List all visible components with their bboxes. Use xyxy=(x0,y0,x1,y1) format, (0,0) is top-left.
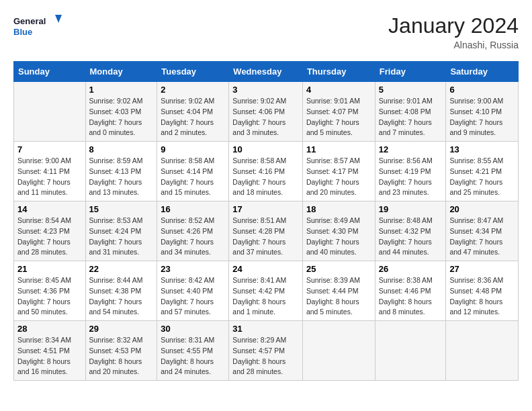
calendar-cell xyxy=(446,321,519,381)
calendar-cell: 16Sunrise: 8:52 AMSunset: 4:26 PMDayligh… xyxy=(157,201,229,261)
day-info: Sunrise: 8:39 AMSunset: 4:44 PMDaylight:… xyxy=(306,275,371,318)
calendar-cell: 25Sunrise: 8:39 AMSunset: 4:44 PMDayligh… xyxy=(302,261,375,321)
day-info: Sunrise: 8:56 AMSunset: 4:19 PMDaylight:… xyxy=(379,156,443,198)
day-number: 17 xyxy=(232,204,299,214)
day-info: Sunrise: 8:51 AMSunset: 4:28 PMDaylight:… xyxy=(232,216,299,258)
day-number: 29 xyxy=(89,324,154,334)
calendar-cell: 20Sunrise: 8:47 AMSunset: 4:34 PMDayligh… xyxy=(446,201,519,261)
svg-marker-2 xyxy=(55,15,62,23)
svg-text:General: General xyxy=(13,16,46,26)
calendar-cell: 4Sunrise: 9:01 AMSunset: 4:07 PMDaylight… xyxy=(302,82,375,142)
calendar-cell: 3Sunrise: 9:02 AMSunset: 4:06 PMDaylight… xyxy=(229,82,303,142)
calendar-cell: 14Sunrise: 8:54 AMSunset: 4:23 PMDayligh… xyxy=(14,201,86,261)
calendar-cell: 23Sunrise: 8:42 AMSunset: 4:40 PMDayligh… xyxy=(157,261,229,321)
day-number: 25 xyxy=(306,264,371,274)
day-number: 6 xyxy=(449,85,515,95)
day-number: 11 xyxy=(306,144,371,154)
day-number: 26 xyxy=(379,264,443,274)
weekday-header-sunday: Sunday xyxy=(14,62,86,82)
page-header: General Blue January 2024 Alnashi, Russi… xyxy=(13,13,519,50)
day-info: Sunrise: 8:31 AMSunset: 4:55 PMDaylight:… xyxy=(161,335,225,377)
calendar-cell: 18Sunrise: 8:49 AMSunset: 4:30 PMDayligh… xyxy=(302,201,375,261)
day-info: Sunrise: 8:54 AMSunset: 4:23 PMDaylight:… xyxy=(17,216,82,258)
calendar-cell: 22Sunrise: 8:44 AMSunset: 4:38 PMDayligh… xyxy=(85,261,157,321)
day-info: Sunrise: 8:38 AMSunset: 4:46 PMDaylight:… xyxy=(379,275,443,318)
day-number: 21 xyxy=(17,264,82,274)
day-info: Sunrise: 9:02 AMSunset: 4:04 PMDaylight:… xyxy=(161,96,225,138)
calendar-cell: 15Sunrise: 8:53 AMSunset: 4:24 PMDayligh… xyxy=(85,201,157,261)
day-number: 28 xyxy=(17,324,82,334)
day-number: 16 xyxy=(161,204,225,214)
weekday-header-thursday: Thursday xyxy=(302,62,375,82)
calendar-cell: 19Sunrise: 8:48 AMSunset: 4:32 PMDayligh… xyxy=(375,201,446,261)
day-number: 2 xyxy=(161,85,225,95)
day-number: 15 xyxy=(89,204,154,214)
day-number: 23 xyxy=(161,264,225,274)
calendar-cell: 8Sunrise: 8:59 AMSunset: 4:13 PMDaylight… xyxy=(85,142,157,201)
day-info: Sunrise: 8:34 AMSunset: 4:51 PMDaylight:… xyxy=(17,335,82,377)
day-info: Sunrise: 8:45 AMSunset: 4:36 PMDaylight:… xyxy=(17,275,82,318)
day-info: Sunrise: 9:01 AMSunset: 4:07 PMDaylight:… xyxy=(306,96,371,138)
day-number: 22 xyxy=(89,264,154,274)
week-row-5: 28Sunrise: 8:34 AMSunset: 4:51 PMDayligh… xyxy=(14,321,519,381)
day-number: 30 xyxy=(161,324,225,334)
calendar-cell: 1Sunrise: 9:02 AMSunset: 4:03 PMDaylight… xyxy=(85,82,157,142)
calendar-table: SundayMondayTuesdayWednesdayThursdayFrid… xyxy=(13,61,519,381)
day-number: 12 xyxy=(379,144,443,154)
day-info: Sunrise: 8:59 AMSunset: 4:13 PMDaylight:… xyxy=(89,156,154,198)
calendar-cell: 7Sunrise: 9:00 AMSunset: 4:11 PMDaylight… xyxy=(14,142,86,201)
calendar-cell: 12Sunrise: 8:56 AMSunset: 4:19 PMDayligh… xyxy=(375,142,446,201)
calendar-cell xyxy=(375,321,446,381)
weekday-header-row: SundayMondayTuesdayWednesdayThursdayFrid… xyxy=(14,62,519,82)
day-number: 9 xyxy=(161,144,225,154)
day-number: 24 xyxy=(232,264,299,274)
weekday-header-saturday: Saturday xyxy=(446,62,519,82)
day-info: Sunrise: 8:58 AMSunset: 4:14 PMDaylight:… xyxy=(161,156,225,198)
week-row-2: 7Sunrise: 9:00 AMSunset: 4:11 PMDaylight… xyxy=(14,142,519,201)
day-info: Sunrise: 8:44 AMSunset: 4:38 PMDaylight:… xyxy=(89,275,154,318)
day-info: Sunrise: 9:02 AMSunset: 4:03 PMDaylight:… xyxy=(89,96,154,138)
day-info: Sunrise: 8:47 AMSunset: 4:34 PMDaylight:… xyxy=(449,216,515,258)
day-info: Sunrise: 9:01 AMSunset: 4:08 PMDaylight:… xyxy=(379,96,443,138)
calendar-cell xyxy=(302,321,375,381)
day-number: 19 xyxy=(379,204,443,214)
week-row-1: 1Sunrise: 9:02 AMSunset: 4:03 PMDaylight… xyxy=(14,82,519,142)
day-number: 1 xyxy=(89,85,154,95)
day-number: 4 xyxy=(306,85,371,95)
calendar-cell: 30Sunrise: 8:31 AMSunset: 4:55 PMDayligh… xyxy=(157,321,229,381)
calendar-cell: 2Sunrise: 9:02 AMSunset: 4:04 PMDaylight… xyxy=(157,82,229,142)
calendar-cell: 6Sunrise: 9:00 AMSunset: 4:10 PMDaylight… xyxy=(446,82,519,142)
day-info: Sunrise: 8:55 AMSunset: 4:21 PMDaylight:… xyxy=(449,156,515,198)
calendar-cell: 13Sunrise: 8:55 AMSunset: 4:21 PMDayligh… xyxy=(446,142,519,201)
location: Alnashi, Russia xyxy=(388,40,519,50)
day-info: Sunrise: 8:49 AMSunset: 4:30 PMDaylight:… xyxy=(306,216,371,258)
day-info: Sunrise: 8:41 AMSunset: 4:42 PMDaylight:… xyxy=(232,275,299,318)
day-info: Sunrise: 8:58 AMSunset: 4:16 PMDaylight:… xyxy=(232,156,299,198)
day-info: Sunrise: 8:36 AMSunset: 4:48 PMDaylight:… xyxy=(449,275,515,318)
calendar-cell: 26Sunrise: 8:38 AMSunset: 4:46 PMDayligh… xyxy=(375,261,446,321)
calendar-cell: 28Sunrise: 8:34 AMSunset: 4:51 PMDayligh… xyxy=(14,321,86,381)
day-number: 10 xyxy=(232,144,299,154)
calendar-cell: 21Sunrise: 8:45 AMSunset: 4:36 PMDayligh… xyxy=(14,261,86,321)
day-number: 14 xyxy=(17,204,82,214)
day-info: Sunrise: 8:52 AMSunset: 4:26 PMDaylight:… xyxy=(161,216,225,258)
weekday-header-wednesday: Wednesday xyxy=(229,62,303,82)
calendar-cell: 31Sunrise: 8:29 AMSunset: 4:57 PMDayligh… xyxy=(229,321,303,381)
calendar-cell: 11Sunrise: 8:57 AMSunset: 4:17 PMDayligh… xyxy=(302,142,375,201)
day-info: Sunrise: 9:02 AMSunset: 4:06 PMDaylight:… xyxy=(232,96,299,138)
day-info: Sunrise: 8:48 AMSunset: 4:32 PMDaylight:… xyxy=(379,216,443,258)
logo-svg: General Blue xyxy=(13,13,67,43)
weekday-header-friday: Friday xyxy=(375,62,446,82)
weekday-header-monday: Monday xyxy=(85,62,157,82)
calendar-cell: 17Sunrise: 8:51 AMSunset: 4:28 PMDayligh… xyxy=(229,201,303,261)
day-info: Sunrise: 8:29 AMSunset: 4:57 PMDaylight:… xyxy=(232,335,299,377)
calendar-cell: 24Sunrise: 8:41 AMSunset: 4:42 PMDayligh… xyxy=(229,261,303,321)
month-title: January 2024 xyxy=(388,13,519,38)
week-row-3: 14Sunrise: 8:54 AMSunset: 4:23 PMDayligh… xyxy=(14,201,519,261)
title-block: January 2024 Alnashi, Russia xyxy=(388,13,519,50)
day-info: Sunrise: 8:42 AMSunset: 4:40 PMDaylight:… xyxy=(161,275,225,318)
weekday-header-tuesday: Tuesday xyxy=(157,62,229,82)
day-number: 27 xyxy=(449,264,515,274)
day-info: Sunrise: 9:00 AMSunset: 4:10 PMDaylight:… xyxy=(449,96,515,138)
week-row-4: 21Sunrise: 8:45 AMSunset: 4:36 PMDayligh… xyxy=(14,261,519,321)
